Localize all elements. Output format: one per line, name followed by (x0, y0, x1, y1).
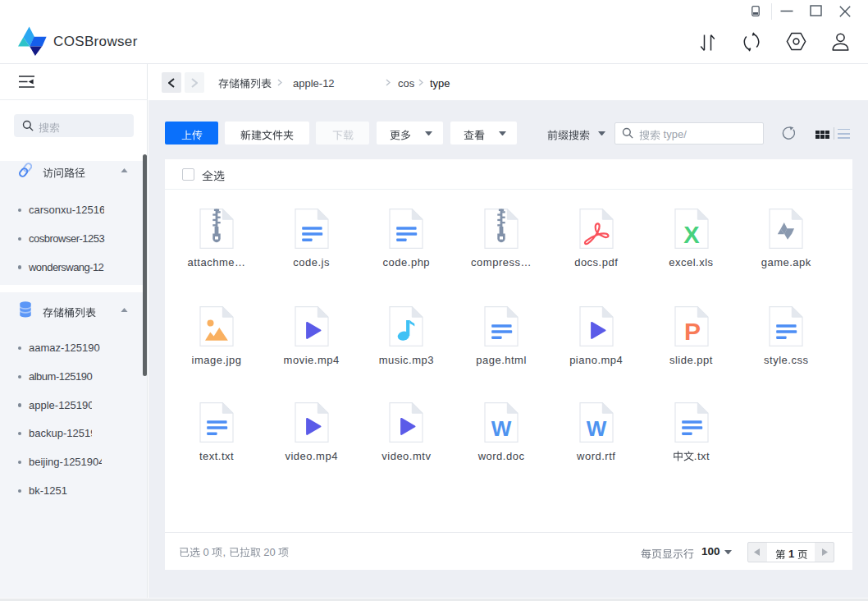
svg-text:W: W (491, 416, 512, 441)
svg-text:X: X (683, 222, 700, 248)
svg-text:W: W (587, 416, 607, 441)
svg-text:P: P (683, 318, 700, 345)
